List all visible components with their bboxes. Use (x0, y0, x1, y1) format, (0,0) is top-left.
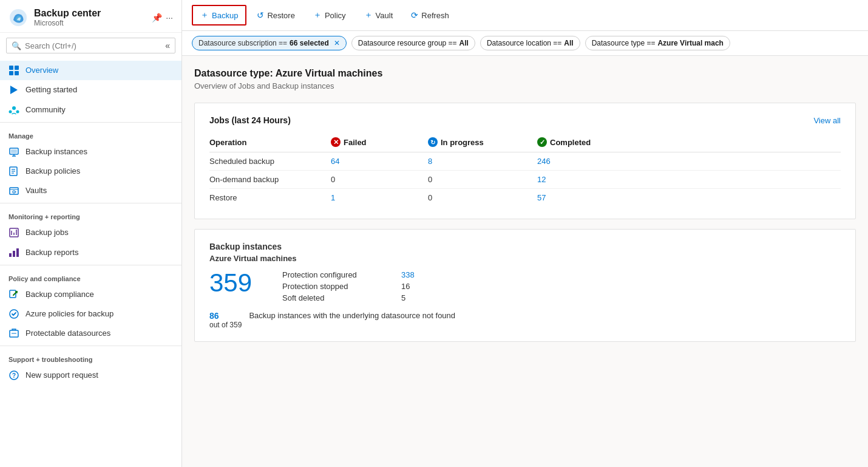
metric-label: Soft deleted (282, 293, 392, 302)
refresh-btn-label: Refresh (421, 11, 449, 20)
sidebar-item-community[interactable]: Community (0, 100, 181, 120)
sidebar-item-backup-jobs[interactable]: Backup jobs (0, 223, 181, 242)
svg-point-7 (9, 110, 12, 113)
sidebar-item-vaults[interactable]: Vaults (0, 181, 181, 200)
sidebar-item-backup-compliance[interactable]: Backup compliance (0, 285, 181, 304)
jobs-card-title: Jobs (last 24 Hours) (209, 115, 291, 125)
manage-section-label: Manage (0, 125, 181, 142)
table-row: Restore 1 0 57 (209, 189, 841, 207)
svg-point-18 (13, 191, 15, 193)
col-in-progress: ↻ In progress (428, 135, 537, 152)
svg-point-8 (16, 110, 19, 113)
sidebar-item-getting-started[interactable]: Getting started (0, 80, 181, 100)
search-input[interactable] (25, 41, 159, 50)
footer-count[interactable]: 86 (209, 311, 242, 321)
svg-rect-1 (9, 66, 13, 70)
resourcegroup-filter[interactable]: Datasource resource group == All (351, 36, 475, 50)
svg-text:?: ? (12, 372, 16, 379)
instances-metric-row: Protection stopped 16 (282, 282, 426, 291)
metric-value: 5 (401, 293, 426, 302)
policy-divider (0, 265, 181, 265)
instances-card-subtitle: Azure Virtual machines (209, 254, 841, 263)
svg-rect-24 (9, 253, 12, 257)
backup-reports-icon (8, 247, 19, 258)
azure-policies-icon (8, 308, 19, 319)
ellipsis-icon[interactable]: ··· (166, 13, 173, 22)
policy-button[interactable]: ＋ Policy (305, 5, 354, 25)
sidebar-nav: Overview Getting started Community Manag… (0, 58, 181, 467)
filter-close-icon[interactable]: ✕ (334, 39, 340, 47)
type-filter[interactable]: Datasource type == Azure Virtual mach (585, 36, 730, 50)
jobs-card-header: Jobs (last 24 Hours) View all (209, 115, 841, 125)
subscription-filter[interactable]: Datasource subscription == 66 selected ✕ (192, 36, 347, 50)
refresh-button[interactable]: ⟳ Refresh (403, 6, 457, 24)
row-completed: 246 (537, 152, 841, 171)
row-failed: 0 (331, 171, 428, 189)
restore-button[interactable]: ↺ Restore (249, 6, 303, 24)
backup-instances-card: Backup instances Azure Virtual machines … (194, 229, 856, 342)
table-row: Scheduled backup 64 8 246 (209, 152, 841, 171)
sidebar-item-label: Getting started (25, 84, 77, 95)
filter-key: Datasource subscription == (198, 39, 287, 47)
sidebar-search-bar[interactable]: 🔍 « (6, 38, 175, 53)
plus-icon-2: ＋ (313, 10, 322, 21)
support-divider (0, 346, 181, 346)
completed-count-link[interactable]: 12 (537, 175, 546, 184)
backup-jobs-icon (8, 227, 19, 238)
footer-count-block: 86 out of 359 (209, 311, 242, 329)
svg-rect-2 (15, 66, 19, 70)
sidebar-item-label: Backup compliance (25, 289, 94, 300)
sidebar-item-backup-reports[interactable]: Backup reports (0, 243, 181, 262)
collapse-button[interactable]: « (165, 41, 170, 50)
main-content: ＋ Backup ↺ Restore ＋ Policy ＋ Vault ⟳ Re… (182, 0, 868, 467)
policy-section-label: Policy and compliance (0, 268, 181, 285)
metric-value-link[interactable]: 338 (401, 270, 426, 279)
view-all-link[interactable]: View all (813, 116, 841, 125)
completed-count-link[interactable]: 246 (537, 157, 551, 166)
failed-count-link[interactable]: 64 (331, 157, 339, 166)
sidebar-item-label: Backup policies (25, 166, 80, 177)
monitoring-divider (0, 203, 181, 203)
col-progress-label: In progress (441, 138, 484, 147)
footer-sub: out of 359 (209, 321, 242, 329)
sidebar-item-label: Azure policies for backup (25, 308, 114, 319)
completed-count-link[interactable]: 57 (537, 193, 546, 202)
row-in-progress: 0 (428, 189, 537, 207)
instances-total-count[interactable]: 359 (209, 270, 258, 296)
row-in-progress: 8 (428, 152, 537, 171)
sidebar-item-label: Backup jobs (25, 227, 69, 238)
svg-rect-4 (15, 71, 19, 75)
sidebar-item-protectable-datasources[interactable]: Protectable datasources (0, 324, 181, 343)
failed-count-link[interactable]: 1 (331, 193, 335, 202)
instances-card-title: Backup instances (209, 242, 841, 251)
row-completed: 57 (537, 189, 841, 207)
community-icon (8, 104, 19, 115)
pin-icon[interactable]: 📌 (152, 13, 162, 22)
row-operation: Restore (209, 189, 331, 207)
manage-divider (0, 122, 181, 123)
svg-marker-5 (10, 86, 18, 94)
row-failed: 64 (331, 152, 428, 171)
backup-button[interactable]: ＋ Backup (192, 5, 246, 26)
vault-button[interactable]: ＋ Vault (356, 5, 401, 25)
location-filter[interactable]: Datasource location == All (480, 36, 580, 50)
sidebar-item-backup-policies[interactable]: Backup policies (0, 162, 181, 181)
sidebar-title-block: Backup center Microsoft (34, 7, 152, 27)
sidebar-item-overview[interactable]: Overview (0, 61, 181, 80)
sidebar-item-backup-instances[interactable]: Backup instances (0, 142, 181, 162)
sidebar-header-icons: 📌 ··· (152, 13, 173, 22)
support-section-label: Support + troubleshooting (0, 349, 181, 366)
svg-rect-25 (13, 251, 15, 257)
jobs-table: Operation ✕ Failed ↻ In progress (209, 135, 841, 206)
sidebar-item-new-support[interactable]: ? New support request (0, 366, 181, 385)
instances-metric-row: Soft deleted 5 (282, 293, 426, 302)
progress-count-link[interactable]: 8 (428, 157, 432, 166)
sidebar-item-azure-policies[interactable]: Azure policies for backup (0, 304, 181, 324)
col-operation: Operation (209, 135, 331, 152)
sidebar-item-label: New support request (25, 370, 98, 381)
getting-started-icon (8, 84, 19, 95)
app-title: Backup center (34, 7, 152, 19)
svg-rect-3 (9, 71, 13, 75)
row-in-progress: 0 (428, 171, 537, 189)
row-operation: On-demand backup (209, 171, 331, 189)
